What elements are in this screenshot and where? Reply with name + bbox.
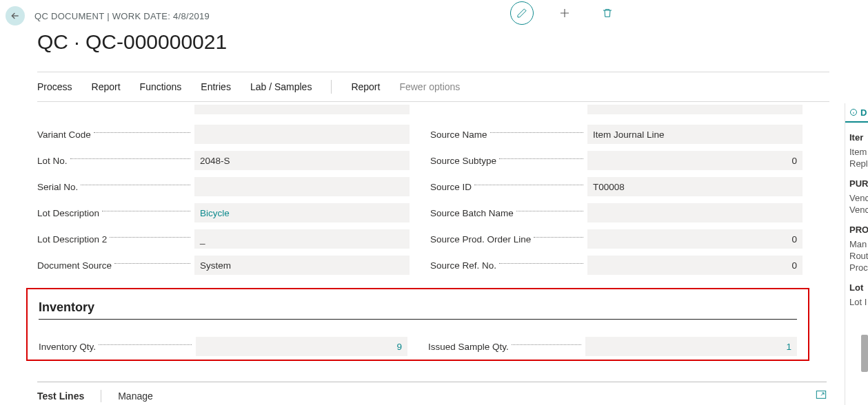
factbox-item-no: Item	[849, 147, 868, 157]
info-icon	[849, 108, 858, 116]
label-lot-no: Lot No.	[37, 156, 68, 166]
label-variant-code: Variant Code	[37, 129, 91, 140]
label-source-prod-order-line: Source Prod. Order Line	[430, 234, 531, 245]
label-source-batch-name: Source Batch Name	[430, 208, 514, 218]
breadcrumb: QC DOCUMENT | WORK DATE: 4/8/2019	[34, 11, 210, 21]
field-serial-no[interactable]	[194, 177, 410, 196]
arrow-left-icon	[10, 10, 21, 21]
menu-functions[interactable]: Functions	[140, 81, 182, 92]
back-button[interactable]	[6, 6, 25, 25]
fewer-options[interactable]: Fewer options	[399, 81, 460, 92]
field-source-id[interactable]: T00008	[587, 177, 803, 196]
factbox-routing: Rout	[849, 251, 868, 261]
new-button[interactable]	[553, 1, 576, 25]
factbox-replenishment: Repl	[849, 158, 868, 169]
menu-separator	[331, 80, 332, 94]
plus-icon	[558, 7, 571, 19]
expand-icon	[816, 390, 827, 399]
field-stub	[194, 105, 410, 114]
trash-icon	[602, 8, 613, 19]
field-source-subtype[interactable]: 0	[587, 151, 803, 170]
menu-report-2[interactable]: Report	[351, 81, 380, 92]
factbox-lot-no: Lot I	[849, 297, 868, 307]
menu-lab-samples[interactable]: Lab / Samples	[250, 81, 312, 92]
field-lot-no[interactable]: 2048-S	[194, 151, 410, 170]
field-inventory-qty[interactable]: 9	[196, 337, 407, 356]
field-source-batch-name[interactable]	[587, 203, 803, 222]
testlines-title: Test Lines	[37, 391, 84, 402]
action-menubar: Process Report Functions Entries Lab / S…	[37, 72, 829, 102]
factbox-purchase-header: PUR	[849, 178, 868, 189]
label-source-ref-no: Source Ref. No.	[430, 260, 496, 271]
expand-subgrid-button[interactable]	[816, 390, 827, 402]
factbox-prod-bom: Proc	[849, 262, 868, 273]
svg-rect-0	[816, 391, 825, 399]
label-inventory-qty: Inventory Qty.	[39, 342, 96, 352]
field-lot-description[interactable]: Bicycle	[194, 203, 410, 222]
label-source-subtype: Source Subtype	[430, 156, 496, 166]
label-document-source: Document Source	[37, 260, 112, 271]
menu-report[interactable]: Report	[92, 81, 121, 92]
page-title: QC · QC-000000021	[37, 30, 227, 54]
field-lot-description-2[interactable]: _	[194, 229, 410, 249]
field-issued-sample-qty[interactable]: 1	[585, 337, 797, 356]
factbox-item-header: Iter	[849, 132, 868, 143]
edit-button[interactable]	[510, 1, 534, 25]
field-variant-code[interactable]	[194, 125, 410, 144]
label-source-id: Source ID	[430, 182, 472, 192]
field-source-ref-no[interactable]: 0	[587, 256, 803, 275]
field-source-name[interactable]: Item Journal Line	[587, 125, 803, 144]
testlines-section: Test Lines Manage	[37, 382, 827, 405]
label-source-name: Source Name	[430, 129, 487, 140]
inventory-section: Inventory Inventory Qty. 9 Issued Sample…	[26, 288, 809, 361]
factbox-vendor-no: Venc	[849, 193, 868, 203]
field-stub	[587, 105, 803, 114]
factbox-mfg-policy: Man	[849, 239, 868, 249]
factbox-vendor-item: Venc	[849, 205, 868, 215]
factbox-lot-header: Lot	[849, 282, 868, 293]
menu-entries[interactable]: Entries	[201, 81, 231, 92]
label-lot-description: Lot Description	[37, 208, 99, 218]
pencil-icon	[516, 8, 527, 19]
field-document-source[interactable]: System	[194, 256, 410, 275]
inventory-title: Inventory	[39, 300, 797, 315]
label-serial-no: Serial No.	[37, 182, 78, 192]
separator	[101, 390, 101, 402]
scrollbar-thumb[interactable]	[861, 335, 868, 372]
menu-process[interactable]: Process	[37, 81, 72, 92]
field-source-prod-order-line[interactable]: 0	[587, 229, 803, 249]
testlines-manage[interactable]: Manage	[118, 391, 153, 402]
delete-button[interactable]	[596, 1, 619, 25]
label-issued-sample-qty: Issued Sample Qty.	[428, 342, 509, 352]
label-lot-description-2: Lot Description 2	[37, 234, 107, 245]
factbox-details-tab[interactable]: D	[845, 103, 868, 123]
factbox-production-header: PRO	[849, 225, 868, 235]
